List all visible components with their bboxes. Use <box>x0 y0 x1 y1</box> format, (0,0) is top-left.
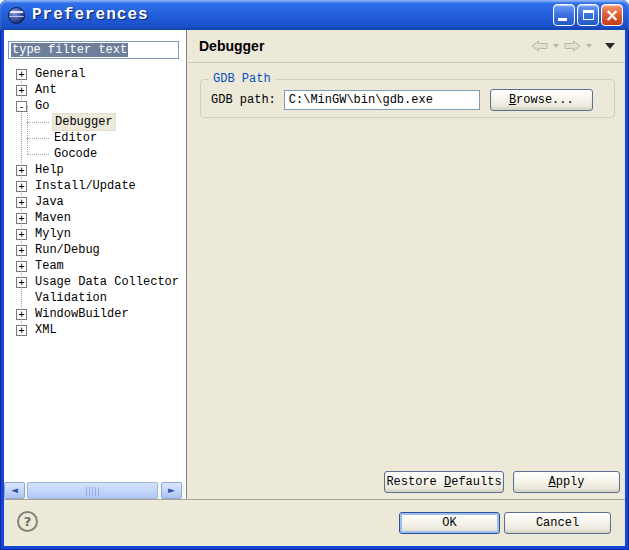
maximize-icon <box>583 10 594 20</box>
tree-item-label: Run/Debug <box>33 242 102 258</box>
page-header: Debugger <box>188 30 625 63</box>
preferences-window: Preferences × type filter text +General+… <box>0 0 629 550</box>
filter-text-input[interactable]: type filter text <box>8 41 179 59</box>
expand-icon[interactable]: + <box>16 245 27 256</box>
dialog-button-bar: ? OK Cancel <box>4 499 625 546</box>
main-area: type filter text +General+Ant-GoDebugger… <box>4 30 625 499</box>
tree-item-label: Usage Data Collector <box>33 274 181 290</box>
tree-item-general[interactable]: +General <box>4 66 185 82</box>
scroll-right-button[interactable]: ► <box>161 482 182 499</box>
back-arrow-icon[interactable] <box>531 40 548 52</box>
scroll-right-icon: ► <box>168 485 175 495</box>
tree-item-label: Gocode <box>52 146 99 162</box>
dialog-body: type filter text +General+Ant-GoDebugger… <box>4 30 625 546</box>
tree-item-validation[interactable]: Validation <box>4 290 185 306</box>
forward-arrow-icon[interactable] <box>564 40 581 52</box>
tree-item-label: General <box>33 66 87 82</box>
preferences-tree: +General+Ant-GoDebuggerEditorGocode+Help… <box>4 66 185 338</box>
expand-icon[interactable]: + <box>16 277 27 288</box>
close-icon: × <box>602 5 622 25</box>
expand-icon[interactable]: + <box>16 181 27 192</box>
tree-item-maven[interactable]: +Maven <box>4 210 185 226</box>
expand-icon[interactable]: + <box>16 261 27 272</box>
tree-item-label: Go <box>33 98 51 114</box>
tree-item-label: Help <box>33 162 66 178</box>
tree-item-windowbuilder[interactable]: +WindowBuilder <box>4 306 185 322</box>
expand-icon[interactable]: + <box>16 69 27 80</box>
filter-text-value: type filter text <box>11 43 128 57</box>
gdb-path-input[interactable] <box>284 90 480 110</box>
maximize-button[interactable] <box>577 4 599 26</box>
group-title: GDB Path <box>209 72 275 86</box>
help-icon: ? <box>24 514 32 529</box>
tree-item-java[interactable]: +Java <box>4 194 185 210</box>
expand-icon[interactable]: + <box>16 197 27 208</box>
tree-item-label: Mylyn <box>33 226 73 242</box>
tree-item-install-update[interactable]: +Install/Update <box>4 178 185 194</box>
expand-icon[interactable]: + <box>16 309 27 320</box>
gdb-path-row: GDB path: Browse... <box>201 86 614 111</box>
window-title: Preferences <box>32 6 149 24</box>
restore-defaults-button[interactable]: Restore Defaults <box>384 471 504 493</box>
tree-item-mylyn[interactable]: +Mylyn <box>4 226 185 242</box>
gdb-path-group: GDB Path GDB path: Browse... <box>200 72 615 118</box>
tree-item-label: Validation <box>33 290 109 306</box>
tree-item-label: Editor <box>52 130 99 146</box>
tree-item-label: Java <box>33 194 66 210</box>
tree-item-usage-data-collector[interactable]: +Usage Data Collector <box>4 274 185 290</box>
titlebar[interactable]: Preferences × <box>0 0 629 30</box>
collapse-icon[interactable]: - <box>16 101 27 112</box>
tree-item-label: Install/Update <box>33 178 138 194</box>
view-menu-icon[interactable] <box>605 43 615 49</box>
eclipse-logo-icon <box>8 7 25 24</box>
tree-item-label: Team <box>33 258 66 274</box>
expand-icon[interactable]: + <box>16 85 27 96</box>
tree-item-ant[interactable]: +Ant <box>4 82 185 98</box>
help-button[interactable]: ? <box>17 511 38 532</box>
tree-children-go: DebuggerEditorGocode <box>4 114 185 162</box>
cancel-button[interactable]: Cancel <box>504 512 611 534</box>
window-controls: × <box>553 4 623 26</box>
tree-item-xml[interactable]: +XML <box>4 322 185 338</box>
close-button[interactable]: × <box>601 4 623 26</box>
header-nav <box>531 40 615 52</box>
tree-horizontal-scrollbar[interactable]: ◄ ► <box>4 482 185 499</box>
tree-item-gocode[interactable]: Gocode <box>4 146 185 162</box>
tree-item-team[interactable]: +Team <box>4 258 185 274</box>
gdb-path-label: GDB path: <box>211 93 276 107</box>
tree-item-run-debug[interactable]: +Run/Debug <box>4 242 185 258</box>
settings-panel: Debugger GDB Path <box>188 30 625 499</box>
scroll-left-button[interactable]: ◄ <box>4 482 25 499</box>
scroll-left-icon: ◄ <box>11 485 18 495</box>
tree-item-debugger[interactable]: Debugger <box>4 114 185 130</box>
ok-button[interactable]: OK <box>399 512 500 534</box>
tree-item-label: Maven <box>33 210 73 226</box>
scrollbar-thumb[interactable] <box>27 482 158 499</box>
browse-button[interactable]: Browse... <box>490 89 593 111</box>
expand-icon[interactable]: + <box>16 325 27 336</box>
tree-item-label: Ant <box>33 82 59 98</box>
tree-item-help[interactable]: +Help <box>4 162 185 178</box>
minimize-icon <box>558 18 567 21</box>
tree-item-label: Debugger <box>52 113 116 131</box>
expand-icon[interactable]: + <box>16 165 27 176</box>
forward-history-dropdown-icon[interactable] <box>586 44 592 48</box>
tree-item-label: XML <box>33 322 59 338</box>
preferences-sidebar: type filter text +General+Ant-GoDebugger… <box>4 30 187 499</box>
page-title: Debugger <box>199 38 264 54</box>
minimize-button[interactable] <box>553 4 575 26</box>
back-history-dropdown-icon[interactable] <box>553 44 559 48</box>
scrollbar-grip-icon <box>86 487 100 496</box>
expand-icon[interactable]: + <box>16 229 27 240</box>
tree-item-label: WindowBuilder <box>33 306 131 322</box>
tree-item-go[interactable]: -Go <box>4 98 185 114</box>
tree-item-editor[interactable]: Editor <box>4 130 185 146</box>
expand-icon[interactable]: + <box>16 213 27 224</box>
apply-button[interactable]: Apply <box>513 471 620 493</box>
